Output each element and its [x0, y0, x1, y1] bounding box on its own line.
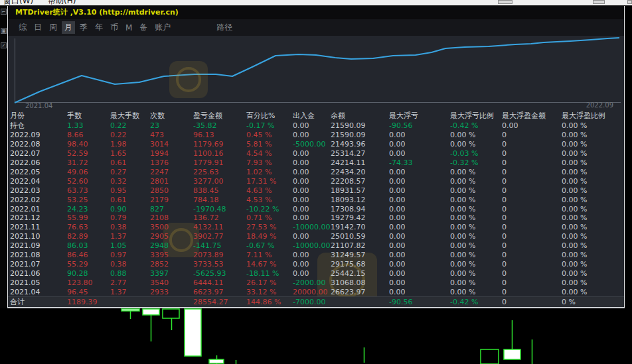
table-cell: 0.00 [389, 168, 450, 176]
table-cell: 28554.27 [193, 298, 246, 306]
table-cell: 1376 [150, 158, 193, 167]
table-row[interactable]: 2021.0986.031.052948-141.75-0.67 %-10000… [10, 241, 624, 251]
table-cell: 1.05 [110, 241, 150, 250]
toolbar-tab-M[interactable]: M [123, 23, 135, 33]
table-row[interactable]: 2022.0631.720.6113761779.917.93 %0.00242… [10, 158, 624, 168]
column-header: 盈亏金额 [193, 111, 246, 121]
window-title: MTDriver统计 ,V3.10 (http://mtdriver.cn) [8, 5, 624, 19]
equity-chart-svg [8, 36, 624, 110]
table-cell: 0.00 % [450, 213, 502, 222]
table-cell: 26.17 % [246, 278, 293, 287]
table-cell: 18931.57 [331, 186, 389, 195]
toolbar-tab-月[interactable]: 月 [62, 21, 75, 34]
table-cell: 0.00 % [562, 213, 625, 222]
table-cell: 4.54 % [246, 149, 293, 158]
table-row[interactable]: 2021.0755.290.3828523733.5314.67 %0.0029… [10, 259, 624, 269]
table-cell: 22208.57 [331, 177, 389, 186]
table-cell: 0 [502, 241, 562, 250]
toolbar-tab-币[interactable]: 币 [108, 21, 121, 34]
table-row[interactable]: 2022.0752.591.6519941100.164.54 %0.00253… [10, 149, 624, 158]
table-cell: -5625.93 [193, 269, 246, 278]
window-control-fragment[interactable] [627, 0, 632, 4]
table-cell: 144.86 % [246, 298, 293, 306]
table-cell: 2021.08 [10, 251, 67, 259]
table-cell: 0.95 [110, 186, 150, 195]
table-cell: 827 [150, 205, 193, 213]
table-cell: 76.63 [67, 223, 110, 231]
table-cell: 784.18 [193, 196, 246, 204]
table-cell: 25442.15 [331, 269, 389, 278]
table-row[interactable]: 2022.0253.250.612179784.184.53 %0.001809… [10, 195, 624, 204]
table-cell: 持仓 [10, 121, 67, 131]
table-cell: 0 [502, 269, 562, 278]
table-cell: 0.00 [293, 213, 331, 222]
table-row[interactable]: 2022.0363.730.952850838.454.63 %0.001893… [10, 186, 624, 195]
menu-item[interactable]: 帮助(H) [48, 0, 76, 6]
toolbar-tab-备[interactable]: 备 [137, 21, 150, 34]
table-cell: 20000.00 [293, 288, 331, 296]
table-cell: 0.00 [389, 278, 450, 287]
table-row[interactable]: 2021.1255.990.792108136.720.71 %0.001927… [10, 213, 624, 223]
table-row-total[interactable]: 合计1189.3928554.27144.86 %-7000.00-90.56-… [8, 296, 624, 307]
table-cell: 0.00 % [450, 177, 502, 186]
table-cell: 3277.00 [193, 177, 246, 186]
table-row[interactable]: 2022.0549.060.272247225.631.02 %0.002243… [10, 168, 624, 177]
table-cell: 0.00 % [562, 260, 625, 269]
table-cell: 86.03 [67, 241, 110, 250]
table-cell: 0.00 % [562, 177, 625, 186]
window-control-fragment[interactable] [498, 0, 513, 4]
check-icon[interactable]: ✓ [1, 42, 7, 48]
candle-body [143, 309, 159, 315]
table-cell: 33.12 % [246, 288, 293, 296]
table-header-row: 月份手数最大手数次数盈亏金额百分比%出入金余额最大浮亏最大浮亏比例最大浮盈金额最… [10, 110, 624, 121]
table-cell: 0.00 [389, 186, 450, 195]
table-cell: 7.93 % [246, 158, 293, 167]
toolbar-tab-季[interactable]: 季 [77, 21, 90, 34]
table-row[interactable]: 2021.0886.460.9733952073.897.11 %0.00312… [10, 251, 624, 260]
table-cell: 0.00 % [450, 251, 502, 259]
table-row[interactable]: 2021.1176.630.3835004132.1127.53 %-10000… [10, 223, 624, 232]
table-cell: 0.00 % [450, 223, 502, 231]
candle-body [163, 309, 179, 318]
table-cell: 25010.59 [331, 232, 389, 241]
dock-panel-icon[interactable]: ⌐ [1, 9, 7, 15]
chart-image-icon[interactable]: ▣ [1, 28, 7, 34]
table-cell: 3395 [150, 251, 193, 259]
window-control-fragment[interactable] [593, 0, 605, 4]
table-cell: 96.45 [67, 288, 110, 296]
table-cell: 0.00 [389, 205, 450, 213]
table-row[interactable]: 2021.1082.891.3729053902.7718.49 %0.0025… [10, 232, 624, 241]
table-row[interactable]: 2022.0124.230.90827-1970.48-10.22 %0.001… [10, 204, 624, 213]
table-cell: 2021.06 [10, 269, 67, 278]
table-cell: 3397 [150, 269, 193, 278]
table-cell: 0.00 [293, 121, 331, 130]
table-cell: 0.00 % [450, 269, 502, 278]
table-row[interactable]: 2022.098.660.2247396.130.45 %0.0021590.0… [10, 131, 624, 140]
table-cell: 0.38 [110, 260, 150, 269]
table-row-position[interactable]: 持仓1.330.2223-35.82-0.17 %0.0021590.09-90… [10, 121, 624, 131]
x-axis-end-label: 2022.09 [586, 101, 613, 109]
table-cell: 2852 [150, 260, 193, 269]
table-cell: 0.00 % [562, 288, 625, 296]
table-cell: -0.03 % [450, 149, 502, 158]
toolbar-tab-综[interactable]: 综 [16, 21, 29, 34]
table-cell: 0.00 % [562, 223, 625, 231]
table-cell: 52.60 [67, 177, 110, 186]
toolbar-tab-账户[interactable]: 账户 [152, 21, 173, 34]
column-header: 出入金 [293, 111, 331, 121]
toolbar-tab-周[interactable]: 周 [46, 21, 60, 34]
toolbar-tab-年[interactable]: 年 [92, 21, 106, 34]
table-cell: 19142.70 [331, 223, 389, 231]
table-row[interactable]: 2022.0898.401.9830141179.695.81 %-5000.0… [10, 140, 624, 149]
table-row[interactable]: 2021.05123.802.7735406444.1126.17 %-2000… [10, 278, 624, 287]
table-cell: 2022.07 [10, 149, 67, 158]
table-cell: 3500 [150, 223, 193, 231]
table-cell: 2022.05 [10, 168, 67, 176]
table-row[interactable]: 2021.0496.451.3729336623.9733.12 %20000.… [10, 287, 624, 296]
table-row[interactable]: 2022.0452.600.3228013277.0017.31 %0.0022… [10, 176, 624, 186]
table-row[interactable]: 2021.0690.280.883397-5625.93-18.11 %0.00… [10, 269, 624, 278]
toolbar-tab-日[interactable]: 日 [31, 21, 44, 34]
toolbar-tab-path[interactable]: 路径 [214, 21, 235, 34]
table-cell: 22434.20 [331, 168, 389, 176]
menu-item[interactable]: 窗口(W) [3, 0, 33, 6]
